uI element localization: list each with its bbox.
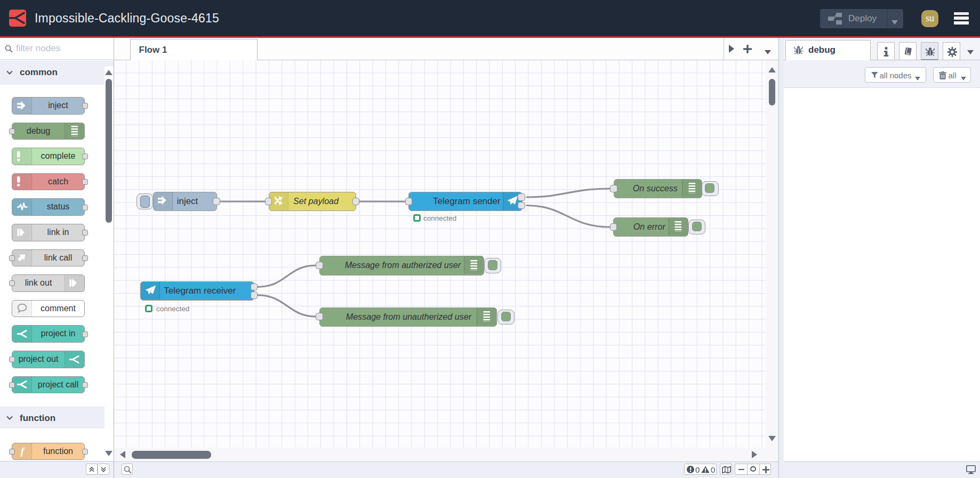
svg-text:f: f — [20, 446, 25, 457]
